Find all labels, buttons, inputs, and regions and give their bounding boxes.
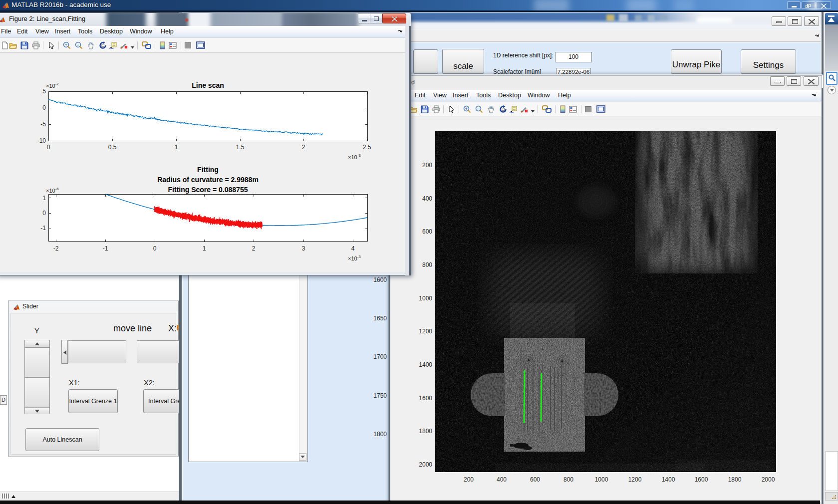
svg-text:+: + bbox=[465, 106, 468, 111]
svg-text:−: − bbox=[477, 106, 480, 111]
svg-text:−: − bbox=[77, 42, 79, 47]
svg-text:+: + bbox=[65, 42, 67, 47]
